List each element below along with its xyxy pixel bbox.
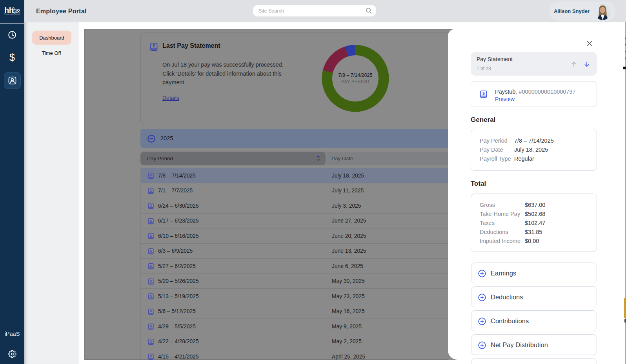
svg-text:$: $ [150, 204, 152, 207]
svg-text:PAY PERIOD: PAY PERIOD [341, 79, 369, 84]
svg-text:$: $ [482, 91, 485, 96]
svg-text:7/8 – 7/14/2025: 7/8 – 7/14/2025 [338, 72, 373, 78]
svg-text:$: $ [153, 43, 155, 48]
svg-text:$: $ [150, 355, 152, 358]
svg-text:$: $ [150, 264, 152, 268]
svg-text:$: $ [150, 234, 152, 237]
svg-text:$: $ [150, 174, 152, 177]
svg-text:$: $ [150, 249, 152, 253]
svg-text:$: $ [150, 310, 152, 313]
svg-text:$: $ [150, 189, 152, 192]
svg-text:$: $ [150, 219, 152, 223]
svg-text:$: $ [150, 324, 152, 328]
svg-text:$: $ [150, 279, 152, 283]
svg-text:$: $ [150, 340, 152, 343]
svg-text:2: 2 [14, 10, 16, 13]
svg-text:$: $ [150, 294, 152, 298]
